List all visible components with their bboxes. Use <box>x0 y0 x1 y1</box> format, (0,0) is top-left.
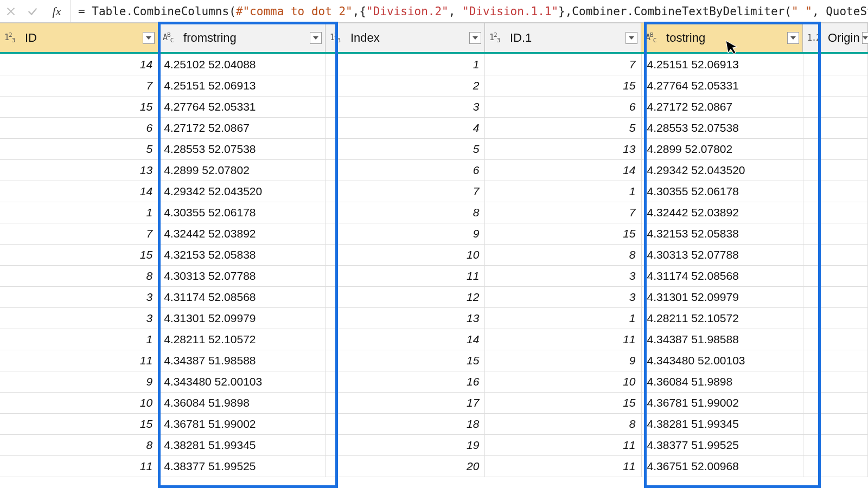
cell[interactable]: 10 <box>0 393 158 413</box>
cell[interactable] <box>803 118 868 138</box>
cell[interactable]: 4.32153 52.05838 <box>158 245 326 265</box>
cell[interactable] <box>803 266 868 286</box>
cell[interactable]: 7 <box>485 202 641 223</box>
cell[interactable]: 4.34387 51.98588 <box>158 350 326 371</box>
cell[interactable]: 4.38281 51.99345 <box>642 414 803 434</box>
cell[interactable]: 4.32442 52.03892 <box>642 202 803 223</box>
column-filter-dropdown[interactable] <box>626 32 637 44</box>
cell[interactable]: 4.25102 52.04088 <box>158 54 326 75</box>
cell[interactable] <box>803 456 868 477</box>
table-row[interactable]: 74.25151 52.069132154.27764 52.05331 <box>0 75 868 97</box>
number-type-icon[interactable]: 123 <box>4 31 21 44</box>
cell[interactable]: 4.2899 52.07802 <box>642 139 803 159</box>
table-row[interactable]: 74.32442 52.038929154.32153 52.05838 <box>0 223 868 245</box>
cell[interactable] <box>803 435 868 455</box>
cell[interactable]: 14 <box>326 329 485 350</box>
cell[interactable]: 9 <box>0 371 158 392</box>
cell[interactable]: 11 <box>0 456 158 477</box>
cell[interactable] <box>803 139 868 159</box>
column-filter-dropdown[interactable] <box>143 32 155 44</box>
cell[interactable] <box>803 97 868 117</box>
column-header-origin[interactable]: 1.2Origin <box>803 23 868 52</box>
table-row[interactable]: 104.36084 51.989817154.36781 51.99002 <box>0 393 868 414</box>
cell[interactable]: 14 <box>485 160 641 181</box>
cell[interactable]: 4.32442 52.03892 <box>158 223 326 244</box>
cell[interactable]: 3 <box>0 287 158 307</box>
cell[interactable]: 12 <box>326 287 485 307</box>
cell[interactable]: 18 <box>326 414 485 434</box>
cell[interactable]: 4.36084 51.9898 <box>158 393 326 413</box>
cell[interactable]: 7 <box>485 54 641 75</box>
cell[interactable]: 5 <box>326 139 485 159</box>
cell[interactable]: 9 <box>485 350 641 371</box>
cell[interactable] <box>803 308 868 329</box>
cell[interactable]: 8 <box>326 202 485 223</box>
cell[interactable]: 3 <box>485 287 641 307</box>
cell[interactable]: 6 <box>485 97 641 117</box>
cell[interactable]: 4.25151 52.06913 <box>642 54 803 75</box>
cell[interactable] <box>803 245 868 265</box>
table-row[interactable]: 134.2899 52.078026144.29342 52.043520 <box>0 160 868 181</box>
text-type-icon[interactable]: ABC <box>163 31 179 44</box>
column-filter-dropdown[interactable] <box>862 32 868 44</box>
column-header-id[interactable]: 123ID <box>0 23 158 52</box>
cell[interactable]: 15 <box>0 414 158 434</box>
cell[interactable]: 4 <box>326 118 485 138</box>
cell[interactable]: 13 <box>326 308 485 329</box>
cell[interactable]: 5 <box>0 139 158 159</box>
cell[interactable]: 4.28553 52.07538 <box>642 118 803 138</box>
cell[interactable]: 1 <box>485 308 641 329</box>
cell[interactable] <box>803 202 868 223</box>
column-header-fromstring[interactable]: ABCfromstring <box>158 23 326 52</box>
cell[interactable]: 4.31301 52.09979 <box>642 287 803 307</box>
cell[interactable]: 15 <box>485 393 641 413</box>
table-row[interactable]: 144.29342 52.043520714.30355 52.06178 <box>0 181 868 202</box>
table-row[interactable]: 14.28211 52.1057214114.34387 51.98588 <box>0 329 868 350</box>
column-filter-dropdown[interactable] <box>787 32 799 44</box>
cell[interactable]: 4.2899 52.07802 <box>158 160 326 181</box>
cell[interactable]: 1 <box>326 54 485 75</box>
cell[interactable]: 4.29342 52.043520 <box>642 160 803 181</box>
column-filter-dropdown[interactable] <box>469 32 481 44</box>
cell[interactable]: 8 <box>0 266 158 286</box>
cell[interactable]: 4.31174 52.08568 <box>642 266 803 286</box>
cell[interactable]: 4.28211 52.10572 <box>642 308 803 329</box>
table-row[interactable]: 84.38281 51.9934519114.38377 51.99525 <box>0 435 868 456</box>
cell[interactable]: 6 <box>326 160 485 181</box>
cell[interactable]: 4.27172 52.0867 <box>158 118 326 138</box>
column-header-id.1[interactable]: 123ID.1 <box>485 23 641 52</box>
cell[interactable]: 3 <box>0 308 158 329</box>
cell[interactable]: 9 <box>326 223 485 244</box>
cell[interactable]: 13 <box>485 139 641 159</box>
decimal-type-icon[interactable]: 1.2 <box>807 33 824 43</box>
cell[interactable]: 4.36751 52.00968 <box>642 456 803 477</box>
cell[interactable]: 4.30355 52.06178 <box>642 181 803 202</box>
cell[interactable]: 4.28211 52.10572 <box>158 329 326 350</box>
cell[interactable]: 10 <box>326 245 485 265</box>
cell[interactable] <box>803 329 868 350</box>
cell[interactable] <box>803 414 868 434</box>
cell[interactable]: 10 <box>485 371 641 392</box>
cell[interactable]: 11 <box>485 329 641 350</box>
table-row[interactable]: 94.343480 52.0010316104.36084 51.9898 <box>0 371 868 393</box>
cell[interactable]: 4.32153 52.05838 <box>642 223 803 244</box>
cell[interactable]: 13 <box>0 160 158 181</box>
cell[interactable] <box>803 350 868 371</box>
cell[interactable] <box>803 393 868 413</box>
table-row[interactable]: 54.28553 52.075385134.2899 52.07802 <box>0 139 868 160</box>
cell[interactable]: 4.27764 52.05331 <box>642 75 803 96</box>
cell[interactable]: 8 <box>0 435 158 455</box>
cell[interactable]: 16 <box>326 371 485 392</box>
table-row[interactable]: 114.34387 51.985881594.343480 52.00103 <box>0 350 868 371</box>
cell[interactable]: 4.29342 52.043520 <box>158 181 326 202</box>
cell[interactable]: 1 <box>485 181 641 202</box>
cell[interactable]: 7 <box>326 181 485 202</box>
cell[interactable]: 15 <box>0 97 158 117</box>
table-row[interactable]: 154.36781 51.990021884.38281 51.99345 <box>0 414 868 435</box>
cell[interactable] <box>803 75 868 96</box>
cell[interactable]: 6 <box>0 118 158 138</box>
cell[interactable]: 3 <box>326 97 485 117</box>
table-row[interactable]: 34.31174 52.085681234.31301 52.09979 <box>0 287 868 308</box>
cell[interactable]: 11 <box>0 350 158 371</box>
cell[interactable]: 19 <box>326 435 485 455</box>
